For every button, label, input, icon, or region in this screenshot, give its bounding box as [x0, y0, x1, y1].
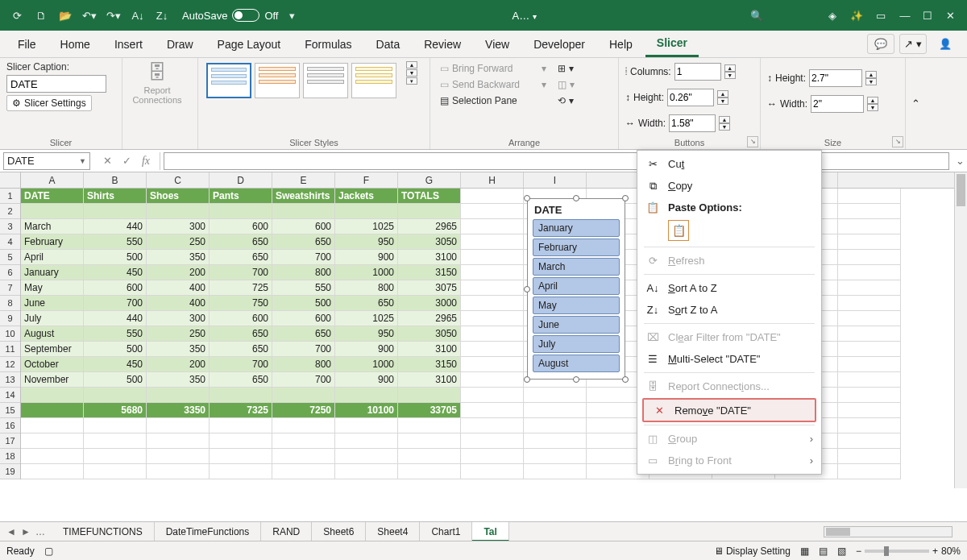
- cell[interactable]: 600: [272, 219, 335, 234]
- row-header[interactable]: 15: [0, 403, 20, 418]
- row-header[interactable]: 4: [0, 234, 20, 250]
- cell[interactable]: October: [21, 357, 84, 372]
- sheet-nav-next[interactable]: ►: [19, 526, 32, 537]
- paste-default-button[interactable]: 📋: [668, 220, 689, 241]
- cell[interactable]: [210, 418, 272, 433]
- cell[interactable]: 750: [210, 296, 272, 311]
- sort-desc-icon[interactable]: Z↓: [151, 5, 172, 26]
- cell[interactable]: [838, 403, 901, 418]
- cell[interactable]: [461, 326, 524, 342]
- row-header[interactable]: 19: [0, 464, 20, 479]
- row-header[interactable]: 18: [0, 449, 20, 464]
- slicer-style-1[interactable]: [206, 63, 251, 98]
- cell[interactable]: 400: [147, 280, 210, 296]
- slicer-style-3[interactable]: [303, 63, 348, 98]
- cell[interactable]: 500: [272, 296, 335, 311]
- styles-scroll-up[interactable]: ▲: [406, 61, 417, 68]
- sheet-tab[interactable]: Tal: [472, 522, 508, 541]
- cell[interactable]: [461, 418, 524, 433]
- formula-input[interactable]: [164, 152, 949, 170]
- cell[interactable]: [838, 250, 901, 265]
- cell[interactable]: Shirts: [84, 189, 147, 204]
- cell[interactable]: 650: [210, 250, 272, 265]
- cell[interactable]: [838, 189, 901, 204]
- cell[interactable]: September: [21, 342, 84, 357]
- cell[interactable]: [838, 372, 901, 388]
- toggle-icon[interactable]: [232, 9, 259, 22]
- cell[interactable]: 700: [272, 342, 335, 357]
- open-icon[interactable]: 📂: [55, 5, 76, 26]
- cell[interactable]: 350: [147, 250, 210, 265]
- cell[interactable]: [461, 449, 524, 464]
- row-header[interactable]: 2: [0, 204, 20, 219]
- ribbon-display-icon[interactable]: ▭: [870, 5, 891, 26]
- buttons-dialog-launcher[interactable]: ↘: [747, 136, 758, 147]
- columns-input[interactable]: [674, 63, 721, 81]
- cell[interactable]: 2965: [398, 311, 461, 326]
- column-header[interactable]: G: [398, 172, 461, 188]
- column-header[interactable]: A: [21, 172, 84, 188]
- cell[interactable]: 550: [272, 280, 335, 296]
- cell[interactable]: [272, 449, 335, 464]
- cell[interactable]: [84, 388, 147, 403]
- cell[interactable]: [461, 280, 524, 296]
- cell[interactable]: [335, 418, 398, 433]
- row-header[interactable]: 13: [0, 372, 20, 388]
- ctx-sort-za[interactable]: Z↓Sort Z to A: [637, 299, 821, 321]
- slicer-item[interactable]: January: [533, 219, 620, 237]
- cell[interactable]: 33705: [398, 403, 461, 418]
- cell[interactable]: [524, 464, 587, 479]
- cell[interactable]: August: [21, 326, 84, 342]
- cell[interactable]: 3100: [398, 372, 461, 388]
- cell[interactable]: 650: [335, 296, 398, 311]
- sheet-tab[interactable]: Sheet6: [312, 522, 366, 541]
- cell[interactable]: [84, 204, 147, 219]
- slicer-item[interactable]: August: [533, 355, 620, 372]
- cell[interactable]: [838, 433, 901, 449]
- cell[interactable]: [838, 449, 901, 464]
- cell[interactable]: 900: [335, 342, 398, 357]
- cell[interactable]: [524, 433, 587, 449]
- cell[interactable]: [84, 464, 147, 479]
- cell[interactable]: [461, 433, 524, 449]
- cell[interactable]: 3100: [398, 342, 461, 357]
- maximize-icon[interactable]: ☐: [917, 5, 938, 26]
- cell[interactable]: 3150: [398, 357, 461, 372]
- cell[interactable]: [838, 388, 901, 403]
- slicer-style-4[interactable]: [351, 63, 396, 98]
- cell[interactable]: 7250: [272, 403, 335, 418]
- styles-scroll-down[interactable]: ▼: [406, 69, 417, 77]
- selection-pane-button[interactable]: ▤Selection Pane: [437, 93, 550, 108]
- cell[interactable]: [21, 433, 84, 449]
- tab-draw[interactable]: Draw: [156, 31, 205, 57]
- cell[interactable]: [335, 449, 398, 464]
- sheet-nav-prev[interactable]: ◄: [5, 526, 18, 537]
- cell[interactable]: 950: [335, 234, 398, 250]
- cell[interactable]: 250: [147, 234, 210, 250]
- cell[interactable]: [335, 388, 398, 403]
- sort-asc-icon[interactable]: A↓: [127, 5, 148, 26]
- cell[interactable]: July: [21, 311, 84, 326]
- tab-slicer[interactable]: Slicer: [645, 31, 699, 57]
- wand-icon[interactable]: ✨: [846, 5, 867, 26]
- cell[interactable]: 900: [335, 250, 398, 265]
- cell[interactable]: 650: [210, 326, 272, 342]
- cell[interactable]: 3075: [398, 280, 461, 296]
- cell[interactable]: [21, 418, 84, 433]
- column-header[interactable]: I: [524, 172, 587, 188]
- zoom-out-icon[interactable]: −: [856, 545, 861, 557]
- cell[interactable]: [524, 418, 587, 433]
- cell[interactable]: February: [21, 234, 84, 250]
- cell[interactable]: [21, 403, 84, 418]
- enter-formula-icon[interactable]: ✓: [118, 152, 135, 170]
- cell[interactable]: March: [21, 219, 84, 234]
- cell[interactable]: 3150: [398, 265, 461, 280]
- cell[interactable]: 650: [210, 234, 272, 250]
- cell[interactable]: 250: [147, 326, 210, 342]
- cell[interactable]: [398, 204, 461, 219]
- cell[interactable]: [84, 418, 147, 433]
- cell[interactable]: [210, 464, 272, 479]
- cell[interactable]: 2965: [398, 219, 461, 234]
- slicer-item[interactable]: February: [533, 239, 620, 256]
- ctx-multi-select[interactable]: ☰Multi-Select "DATE": [637, 348, 821, 370]
